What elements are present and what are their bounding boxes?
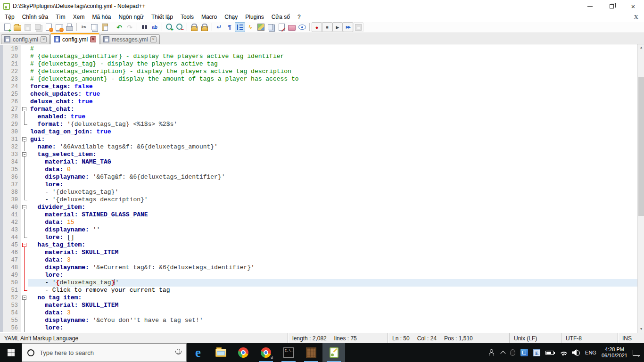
status-insert-mode[interactable]: INS [618,333,644,343]
action-center-icon[interactable] [633,350,640,356]
tray-e-app-icon[interactable]: E [533,349,540,356]
fold-margin-toggle[interactable] [21,136,28,143]
zoom-in-icon[interactable] [164,22,174,32]
taskbar-chrome-icon[interactable] [232,343,255,362]
code-line-53[interactable]: 53 material: SKULL_ITEM [0,302,637,309]
tray-battery-icon[interactable] [545,351,554,355]
word-wrap-icon[interactable] [214,22,224,32]
undo-icon[interactable] [114,22,124,32]
user-defined-language-icon[interactable] [245,22,256,32]
save-recorded-macro-icon[interactable] [353,22,363,32]
code-line-23[interactable]: 23# {deluxetags_amount} - display the am… [0,75,637,83]
start-button[interactable] [0,343,22,362]
run-macro-multiple-icon[interactable] [343,22,353,32]
code-line-47[interactable]: 47 data: 3 [0,256,637,264]
close-doc-icon[interactable] [43,22,54,32]
document-map-icon[interactable] [256,22,266,32]
code-line-44[interactable]: 44 lore: [] [0,234,637,241]
editor[interactable]: 19#20# {deluxetags_identifier} - display… [0,44,644,333]
stop-record-icon[interactable] [322,22,332,32]
code-line-35[interactable]: 35 data: 0 [0,166,637,173]
code-line-52[interactable]: 52 no_tag_item: [0,294,637,302]
taskbar-explorer-icon[interactable] [209,343,232,362]
close-tab-icon[interactable] [150,36,157,42]
code-line-27[interactable]: 27format_chat: [0,106,637,113]
cut-icon[interactable] [79,22,89,32]
code-line-49[interactable]: 49 lore: [0,272,637,279]
code-line-25[interactable]: 25check_updates: true [0,90,637,98]
close-tab-icon[interactable] [41,36,47,42]
open-folder-icon[interactable] [12,22,23,32]
tray-wifi-icon[interactable] [559,350,567,355]
menu-item-tools[interactable]: Tools [177,13,198,21]
indent-guide-icon[interactable] [235,22,245,32]
tray-language-label[interactable]: ENG [585,350,596,355]
code-line-28[interactable]: 28 enabled: true [0,113,637,121]
code-line-29[interactable]: 29 format: '{deluxetags_tag} <%1$s> %2$s… [0,121,637,128]
code-line-19[interactable]: 19# [0,45,637,53]
scroll-up-arrow[interactable]: ▲ [638,44,644,51]
tab-config-yml-1[interactable]: config.yml [1,34,50,44]
restore-button[interactable] [601,0,622,12]
menu-item-plugins[interactable]: Plugins [241,13,267,21]
menu-item-thiet-lap[interactable]: Thiết lập [148,13,177,21]
code-line-31[interactable]: 31gui: [0,136,637,143]
code-line-24[interactable]: 24force_tags: false [0,83,637,90]
code-line-46[interactable]: 46 material: SKULL_ITEM [0,249,637,256]
code-line-54[interactable]: 54 data: 3 [0,309,637,317]
menu-item-macro[interactable]: Macro [198,13,221,21]
show-all-characters-icon[interactable] [224,22,235,32]
fold-margin-toggle[interactable] [21,294,28,302]
tray-chevron-up-icon[interactable] [500,351,505,356]
taskbar-cmd-icon[interactable]: C:\_ [277,343,300,362]
code-line-56[interactable]: 56 lore: [0,324,637,332]
sync-horizontal-scroll-icon[interactable] [199,22,210,32]
code-line-32[interactable]: 32 name: '&6Available tags&f: &6{deluxet… [0,143,637,151]
fold-margin-toggle[interactable] [21,241,28,249]
close-document-x-button[interactable]: X [634,13,638,21]
code-line-38[interactable]: 38 - '{deluxetags_tag}' [0,189,637,196]
status-eol-format[interactable]: Unix (LF) [509,333,561,343]
copy-icon[interactable] [89,22,99,32]
menu-item-cua-so[interactable]: Cửa sổ [268,13,294,21]
project-panel-icon[interactable] [287,22,297,32]
save-icon[interactable] [23,22,33,32]
menu-item-tep[interactable]: Tệp [1,13,18,21]
taskbar-minecraft-icon[interactable] [300,343,322,362]
menu-item-chay[interactable]: Chạy [221,13,241,21]
code-line-40[interactable]: 40 divider_item: [0,204,637,211]
record-macro-icon[interactable] [312,22,322,32]
menu-item-ngon-ngu[interactable]: Ngôn ngữ [115,13,147,21]
find-icon[interactable] [139,22,149,32]
fold-margin-toggle[interactable] [21,151,28,158]
taskbar-notepadpp-icon[interactable] [322,343,345,362]
vertical-scrollbar[interactable]: ▲ ▼ [637,44,644,333]
code-line-48[interactable]: 48 displayname: '&eCurrent tag&f: &6{del… [0,264,637,272]
code-line-51[interactable]: 51 - Click to remove your current tag [0,287,637,294]
paste-icon[interactable] [99,22,110,32]
code-line-55[interactable]: 55 displayname: '&cYou don''t have a tag… [0,317,637,324]
status-encoding[interactable]: UTF-8 [561,333,618,343]
taskbar-edge-icon[interactable]: e [187,343,209,362]
playback-macro-icon[interactable] [332,22,343,32]
save-all-icon[interactable] [33,22,43,32]
code-line-22[interactable]: 22# {deluxetags_description} - display t… [0,68,637,75]
scrollbar-thumb[interactable] [638,77,644,216]
minimize-button[interactable] [579,0,601,12]
edit-macro-icon[interactable] [276,22,287,32]
tray-volume-icon[interactable] [572,349,580,356]
tray-clock[interactable]: 4:28 PM06/10/2021 [602,346,627,359]
scroll-down-arrow[interactable]: ▼ [638,326,644,333]
document-switcher-icon[interactable] [266,22,276,32]
zoom-out-icon[interactable] [174,22,185,32]
close-all-docs-icon[interactable] [54,22,64,32]
menu-item-ma-hoa[interactable]: Mã hóa [88,13,115,21]
menu-item-help[interactable]: ? [294,13,305,21]
taskbar-chrome-profile-icon[interactable]: d [255,343,277,362]
tray-mouse-icon[interactable] [510,349,515,356]
code-line-45[interactable]: 45 has_tag_item: [0,241,637,249]
print-icon[interactable] [64,22,74,32]
code-line-36[interactable]: 36 displayname: '&6Tag&f: &6{deluxetags_… [0,173,637,181]
menu-item-tim[interactable]: Tìm [52,13,69,21]
close-tab-icon[interactable] [90,36,96,42]
